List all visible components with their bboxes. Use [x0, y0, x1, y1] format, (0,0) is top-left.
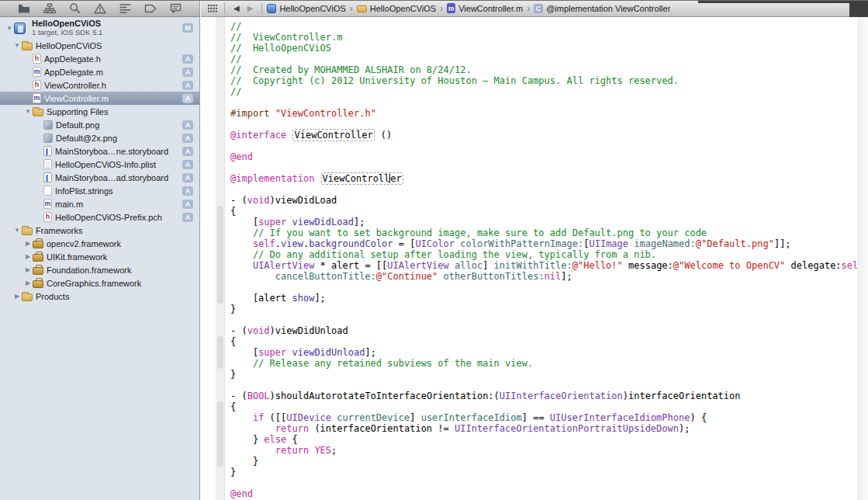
- disclosure-triangle[interactable]: ▼: [12, 42, 22, 49]
- sidebar-item-products[interactable]: ▶Products: [0, 290, 199, 303]
- status-badge: A: [182, 134, 193, 143]
- project-subtitle: 1 target, iOS SDK 5.1: [32, 28, 179, 37]
- sidebar-item-viewcontroller-m[interactable]: mViewController.mA: [0, 92, 199, 105]
- sidebar-item-main-m[interactable]: mmain.mA: [0, 197, 199, 210]
- screen-background-corner: [849, 0, 868, 18]
- breadcrumb-label: HelloOpenCViOS: [370, 4, 436, 13]
- sidebar-item-appdelegate-h[interactable]: hAppDelegate.hA: [0, 52, 199, 65]
- xcode-window: ◀ ▶ HelloOpenCViOSHelloOpenCViOSmViewCon…: [0, 0, 868, 500]
- fold-region-marker[interactable]: [217, 336, 223, 369]
- debug-navigator-icon[interactable]: [118, 2, 132, 15]
- status-badge: A: [182, 54, 193, 64]
- sidebar-item-helloopencvios-prefix-pch[interactable]: hHelloOpenCViOS-Prefix.pchA: [0, 210, 199, 224]
- code-line: // If you want to set background image, …: [230, 227, 857, 238]
- back-arrow-button[interactable]: ◀: [230, 4, 244, 12]
- strings-file-icon: [43, 186, 52, 196]
- disclosure-triangle[interactable]: ▶: [23, 266, 33, 273]
- code-line: }: [230, 456, 857, 467]
- code-line: @interface ViewController (): [230, 130, 857, 141]
- plist-file-icon: [43, 159, 52, 169]
- code-line: }: [230, 467, 857, 477]
- xcode-project-icon: [267, 4, 276, 13]
- breadcrumb-item[interactable]: HelloOpenCViOS: [357, 3, 447, 14]
- sidebar-item-helloopencvios[interactable]: ▼HelloOpenCViOS: [0, 39, 199, 52]
- status-badge: A: [182, 94, 193, 103]
- related-items-grid-icon[interactable]: [206, 2, 220, 15]
- sidebar-item-coregraphics-framework[interactable]: ▶CoreGraphics.framework: [0, 276, 199, 290]
- vertical-scrollbar[interactable]: [858, 17, 868, 500]
- code-line: [230, 282, 857, 293]
- m-file-icon: m: [447, 3, 455, 13]
- code-folding-ribbon[interactable]: [216, 17, 225, 500]
- code-line: // HelloOpenCViOS: [230, 43, 857, 54]
- sidebar-item-foundation-framework[interactable]: ▶Foundation.framework: [0, 263, 199, 276]
- log-navigator-icon[interactable]: [168, 2, 182, 15]
- code-line: self.view.backgroundColor = [UIColor col…: [230, 238, 857, 249]
- code-line: [230, 184, 857, 195]
- status-badge: A: [182, 81, 193, 90]
- issue-navigator-icon[interactable]: [93, 2, 107, 15]
- breadcrumb-label: HelloOpenCViOS: [279, 4, 345, 13]
- sidebar-item-default-png[interactable]: Default.pngA: [0, 118, 199, 131]
- code-line: {: [230, 336, 857, 347]
- sidebar-item-mainstoryboa-ad-storyboard[interactable]: MainStoryboa…ad.storyboardA: [0, 171, 199, 184]
- breadcrumb-item[interactable]: HelloOpenCViOS: [267, 3, 356, 14]
- sidebar-item-helloopencvios-info-plist[interactable]: HelloOpenCViOS-Info.plistA: [0, 158, 199, 171]
- disclosure-triangle[interactable]: ▶: [23, 240, 33, 247]
- code-line: return (interfaceOrientation != UIInterf…: [230, 423, 857, 434]
- project-navigator: ▼ HelloOpenCViOS 1 target, iOS SDK 5.1 M…: [0, 17, 200, 500]
- jump-bar-divider: [261, 2, 262, 14]
- sidebar-item-appdelegate-m[interactable]: mAppDelegate.mA: [0, 65, 199, 78]
- code-text[interactable]: //// ViewController.m// HelloOpenCViOS//…: [226, 17, 857, 500]
- sidebar-item-frameworks[interactable]: ▼Frameworks: [0, 224, 199, 237]
- h-file-icon: h: [33, 80, 41, 90]
- token-highlight-box: ViewController: [292, 129, 374, 141]
- code-line: - (BOOL)shouldAutorotateToInterfaceOrien…: [230, 391, 857, 401]
- search-navigator-icon[interactable]: [67, 2, 81, 15]
- disclosure-triangle[interactable]: ▼: [5, 25, 14, 32]
- file-name: MainStoryboa…ad.storyboard: [55, 173, 179, 182]
- code-line: {: [230, 401, 857, 412]
- project-navigator-icon[interactable]: [17, 2, 31, 15]
- disclosure-triangle[interactable]: ▼: [23, 108, 33, 115]
- disclosure-triangle[interactable]: ▶: [23, 253, 33, 260]
- file-name: Frameworks: [36, 226, 193, 235]
- framework-icon: [33, 280, 43, 288]
- sidebar-item-infoplist-strings[interactable]: InfoPlist.stringsA: [0, 184, 199, 197]
- breakpoint-gutter[interactable]: [201, 17, 216, 500]
- code-line: if ([[UIDevice currentDevice] userInterf…: [230, 412, 857, 423]
- sidebar-item-opencv2-framework[interactable]: ▶opencv2.framework: [0, 237, 199, 250]
- status-badge: A: [182, 173, 193, 182]
- sidebar-item-mainstoryboa-ne-storyboard[interactable]: MainStoryboa…ne.storyboardA: [0, 144, 199, 158]
- project-root-row[interactable]: ▼ HelloOpenCViOS 1 target, iOS SDK 5.1 M: [0, 17, 199, 39]
- code-line: [230, 141, 857, 151]
- code-line: //: [230, 54, 857, 64]
- file-name: AppDelegate.h: [44, 54, 179, 64]
- file-name: Default.png: [56, 120, 179, 130]
- code-line: // ViewController.m: [230, 32, 857, 43]
- code-line: [super viewDidLoad];: [230, 217, 857, 227]
- sidebar-item-supporting-files[interactable]: ▼Supporting Files: [0, 105, 199, 118]
- fold-region-marker[interactable]: [217, 206, 223, 304]
- code-line: - (void)viewDidUnload: [230, 325, 857, 336]
- file-name: InfoPlist.strings: [55, 186, 179, 196]
- code-line: [230, 477, 857, 488]
- breadcrumb-item[interactable]: C@implementation ViewController: [534, 4, 670, 13]
- disclosure-triangle[interactable]: ▶: [12, 293, 22, 300]
- disclosure-triangle[interactable]: ▼: [12, 227, 22, 234]
- fold-region-marker[interactable]: [217, 401, 223, 467]
- symbol-navigator-icon[interactable]: [43, 2, 57, 15]
- source-editor[interactable]: //// ViewController.m// HelloOpenCViOS//…: [201, 17, 868, 500]
- file-name: Foundation.framework: [47, 266, 193, 275]
- breadcrumb-item[interactable]: mViewController.m: [447, 3, 534, 14]
- sidebar-item-default-2x-png[interactable]: Default@2x.pngA: [0, 131, 199, 144]
- forward-arrow-button[interactable]: ▶: [244, 4, 258, 12]
- disclosure-triangle[interactable]: ▶: [23, 280, 33, 286]
- jump-bar-divider: [224, 2, 225, 14]
- sidebar-item-viewcontroller-h[interactable]: hViewController.hA: [0, 78, 199, 92]
- code-line: cancelButtonTitle:@"Continue" otherButto…: [230, 271, 857, 282]
- status-badge: A: [182, 186, 193, 196]
- code-line: // Do any additional setup after loading…: [230, 249, 857, 260]
- breakpoint-navigator-icon[interactable]: [144, 2, 157, 15]
- sidebar-item-uikit-framework[interactable]: ▶UIKit.framework: [0, 250, 199, 263]
